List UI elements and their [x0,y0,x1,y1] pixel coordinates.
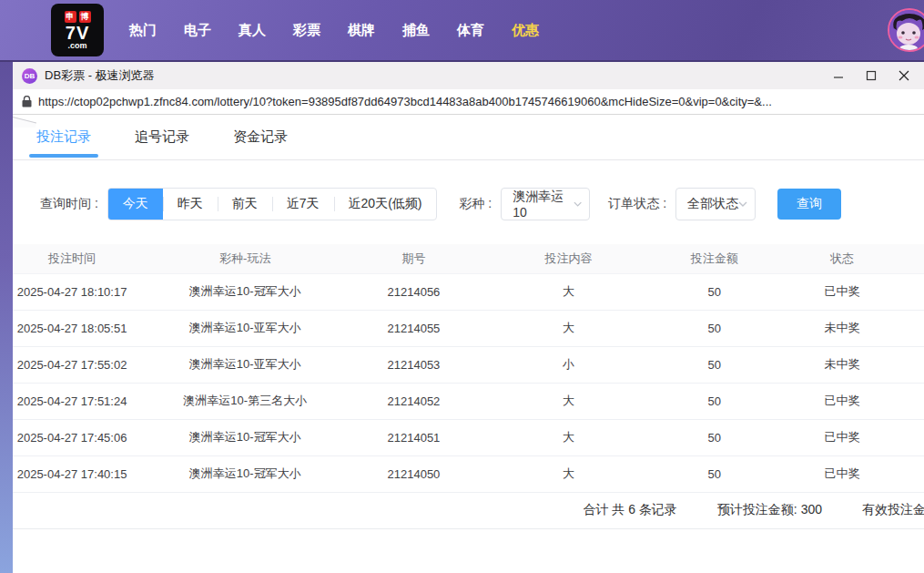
cell-status: 已中奖 [760,383,924,419]
avatar-illustration [889,10,924,50]
nav-item-5[interactable]: 捕鱼 [402,22,430,39]
site-header: 申 博 7V .com 热门电子真人彩票棋牌捕鱼体育优惠 [0,0,924,62]
cell-game-play: 澳洲幸运10-冠军大小 [131,455,359,492]
cell-status: 未中奖 [760,310,924,346]
lock-icon [22,96,32,107]
table-row: 2025-04-27 18:05:51澳洲幸运10-亚军大小21214055大5… [13,310,924,346]
cell-bet-time: 2025-04-27 17:45:06 [13,419,131,455]
record-tabs: 投注记录 追号记录 资金记录 [13,115,924,160]
cell-bet-content: 大 [468,310,668,346]
cell-issue: 21214052 [359,383,468,419]
time-option-0[interactable]: 今天 [108,188,163,220]
time-option-4[interactable]: 近20天(低频) [334,188,437,220]
nav-item-0[interactable]: 热门 [129,22,157,39]
logo-badges: 申 博 [65,11,91,23]
time-option-1[interactable]: 昨天 [163,188,218,220]
lottery-select[interactable]: 澳洲幸运10 [501,188,590,220]
cell-bet-amount: 50 [669,310,760,346]
url-text: https://ctop02pchwp1.zfnc84.com/lottery/… [38,95,772,108]
nav-item-7[interactable]: 优惠 [512,22,539,39]
table-row: 2025-04-27 18:10:17澳洲幸运10-冠军大小21214056大5… [13,273,924,310]
chevron-down-icon [738,201,747,207]
nav-item-6[interactable]: 体育 [457,22,484,39]
filter-bar: 查询时间 : 今天昨天前天近7天近20天(低频) 彩种 : 澳洲幸运10 订单状… [13,188,924,220]
cell-bet-content: 大 [468,455,668,492]
tab-fund-records[interactable]: 资金记录 [233,115,288,160]
site-logo[interactable]: 申 博 7V .com [51,4,104,56]
cell-issue: 21214051 [359,419,468,455]
cell-game-play: 澳洲幸运10-冠军大小 [131,419,359,455]
cell-status: 已中奖 [760,455,924,492]
table-header-row: 投注时间 彩种-玩法 期号 投注内容 投注金额 状态 [13,244,924,273]
time-option-3[interactable]: 近7天 [272,188,334,220]
cell-status: 已中奖 [760,419,924,455]
header-issue: 期号 [359,244,468,273]
total-records-text: 合计 共 6 条记录 [583,502,676,518]
header-game-play: 彩种-玩法 [131,244,359,273]
cell-bet-content: 大 [468,383,668,419]
cell-bet-time: 2025-04-27 17:40:15 [13,455,131,492]
lottery-select-value: 澳洲幸运10 [513,189,574,220]
lottery-filter-label: 彩种 : [459,196,492,212]
bet-records-table: 投注时间 彩种-玩法 期号 投注内容 投注金额 状态 2025-04-27 18… [13,244,924,493]
page-content: 投注记录 追号记录 资金记录 查询时间 : 今天昨天前天近7天近20天(低频) … [13,115,924,529]
window-title: DB彩票 - 极速浏览器 [45,67,822,84]
table-footer: 合计 共 6 条记录 预计投注金额: 300 有效投注金额 [13,493,924,529]
main-nav: 热门电子真人彩票棋牌捕鱼体育优惠 [129,22,539,39]
nav-item-2[interactable]: 真人 [239,22,266,39]
header-bet-amount: 投注金额 [669,244,760,273]
table-row: 2025-04-27 17:40:15澳洲幸运10-冠军大小21214050大5… [13,455,924,492]
window-controls [822,64,924,87]
header-status: 状态 [760,244,924,273]
address-bar[interactable]: https://ctop02pchwp1.zfnc84.com/lottery/… [13,89,924,115]
table-row: 2025-04-27 17:55:02澳洲幸运10-亚军大小21214053小5… [13,346,924,383]
header-bet-time: 投注时间 [13,244,131,273]
cell-bet-amount: 50 [669,273,760,310]
order-status-select[interactable]: 全部状态 [675,188,756,220]
logo-subtext: .com [67,42,86,50]
nav-item-1[interactable]: 电子 [184,22,211,39]
valid-amount-text: 有效投注金额 [862,502,924,518]
header-bet-content: 投注内容 [468,244,668,273]
tab-chase-records[interactable]: 追号记录 [135,115,189,160]
nav-item-4[interactable]: 棋牌 [348,22,375,39]
logo-badge-2: 博 [79,11,91,23]
cell-game-play: 澳洲幸运10-冠军大小 [131,273,359,310]
cell-game-play: 澳洲幸运10-亚军大小 [131,310,359,346]
time-filter-group: 今天昨天前天近7天近20天(低频) [107,188,438,220]
user-avatar[interactable] [888,8,924,52]
cell-bet-content: 大 [468,273,668,310]
window-titlebar: DB DB彩票 - 极速浏览器 [13,62,924,89]
search-button[interactable]: 查询 [777,189,841,220]
cell-bet-time: 2025-04-27 18:10:17 [13,273,131,310]
cell-issue: 21214053 [359,346,468,383]
browser-window: DB DB彩票 - 极速浏览器 https://ctop02pchwp1.zfn… [13,62,924,573]
cell-game-play: 澳洲幸运10-亚军大小 [131,346,359,383]
close-icon [899,70,909,81]
cell-issue: 21214056 [359,273,468,310]
nav-item-3[interactable]: 彩票 [293,22,320,39]
cell-issue: 21214050 [359,455,468,492]
minimize-icon [833,70,844,81]
time-filter-label: 查询时间 : [40,196,98,212]
cell-bet-time: 2025-04-27 17:51:24 [13,383,131,419]
tab-bet-records[interactable]: 投注记录 [36,115,91,160]
status-filter-label: 订单状态 : [608,196,666,212]
cell-status: 已中奖 [760,273,924,310]
time-option-2[interactable]: 前天 [218,188,272,220]
close-button[interactable] [888,64,920,87]
cell-bet-content: 大 [468,419,668,455]
cell-status: 未中奖 [760,346,924,383]
cell-bet-amount: 50 [669,455,760,492]
minimize-button[interactable] [822,64,855,87]
site-favicon: DB [22,68,37,84]
cell-bet-amount: 50 [669,346,760,383]
table-row: 2025-04-27 17:51:24澳洲幸运10-第三名大小21214052大… [13,383,924,419]
cell-bet-amount: 50 [669,419,760,455]
cell-bet-amount: 50 [669,383,760,419]
cell-bet-content: 小 [468,346,668,383]
cell-game-play: 澳洲幸运10-第三名大小 [131,383,359,419]
maximize-button[interactable] [855,64,888,87]
table-row: 2025-04-27 17:45:06澳洲幸运10-冠军大小21214051大5… [13,419,924,455]
order-status-value: 全部状态 [687,196,738,212]
